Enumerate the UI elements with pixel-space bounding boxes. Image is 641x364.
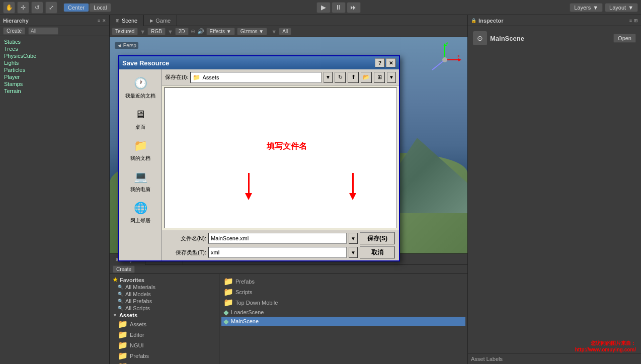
all-btn[interactable]: All bbox=[279, 28, 291, 35]
tree-all-models[interactable]: 🔍 All Models bbox=[110, 291, 219, 298]
project-scripts[interactable]: 📁 Scripts bbox=[221, 287, 465, 297]
nav-new-folder-btn[interactable]: 📂 bbox=[361, 72, 372, 83]
open-button[interactable]: Open bbox=[613, 34, 636, 43]
filename-label: 文件名(N): bbox=[166, 235, 206, 242]
recent-icon: 🕐 bbox=[132, 75, 148, 92]
dialog-close-btn[interactable]: ✕ bbox=[386, 58, 396, 67]
local-btn[interactable]: Local bbox=[89, 3, 111, 12]
center-btn[interactable]: Center bbox=[63, 3, 89, 12]
svg-text:x: x bbox=[457, 53, 460, 58]
hierarchy-item-statics[interactable]: Statics bbox=[0, 38, 109, 45]
tree-scripts[interactable]: 📁 Scripts bbox=[110, 361, 219, 364]
bottom-content: ★ Favorites 🔍 All Materials 🔍 All Models bbox=[110, 274, 467, 364]
arrow-to-save bbox=[349, 173, 356, 200]
2d-btn[interactable]: 2D bbox=[175, 28, 189, 35]
tab-scene[interactable]: ⊞ Scene bbox=[110, 15, 144, 26]
layout-dropdown[interactable]: Layout ▼ bbox=[605, 3, 638, 12]
annotation-container: 填写文件名 bbox=[267, 141, 307, 152]
hierarchy-title: Hierarchy bbox=[3, 18, 29, 24]
cancel-button[interactable]: 取消 bbox=[360, 246, 395, 258]
view-dropdown-btn[interactable]: ▼ bbox=[387, 72, 396, 83]
dialog-bottom-row: 文件名(N): MainScene.xml ▼ 保存(S) 保存类型(T): x… bbox=[162, 230, 399, 260]
dialog-sidebar-computer[interactable]: 💻 我的电脑 bbox=[123, 167, 158, 195]
savetype-input[interactable]: xml bbox=[208, 247, 347, 258]
favorites-section: ★ Favorites bbox=[110, 276, 219, 284]
inspector-header: 🔒 Inspector ≡ ⊞ bbox=[468, 15, 641, 26]
hierarchy-sub-header: Create All bbox=[0, 26, 109, 36]
save-button[interactable]: 保存(S) bbox=[360, 232, 395, 244]
textured-btn[interactable]: Textured bbox=[112, 28, 138, 35]
hierarchy-item-lights[interactable]: Lights bbox=[0, 59, 109, 66]
dialog-sidebar-network[interactable]: 🌐 网上邻居 bbox=[123, 198, 158, 226]
filename-row: 文件名(N): MainScene.xml ▼ 保存(S) bbox=[166, 232, 395, 244]
docs-icon: 📁 bbox=[132, 138, 148, 154]
effects-btn[interactable]: Effects ▼ bbox=[206, 28, 235, 35]
hierarchy-item-player[interactable]: Player bbox=[0, 73, 109, 80]
dialog-sidebar-recent[interactable]: 🕐 我最近的文档 bbox=[123, 73, 158, 102]
tree-editor[interactable]: 📁 Editor bbox=[110, 329, 219, 340]
docs-label: 我的文档 bbox=[130, 155, 150, 162]
step-button[interactable]: ⏭ bbox=[347, 2, 361, 13]
network-label: 网上邻居 bbox=[130, 217, 150, 224]
nav-refresh-btn[interactable]: ↻ bbox=[335, 72, 346, 83]
hierarchy-create-btn[interactable]: Create bbox=[3, 27, 25, 35]
project-topdown[interactable]: 📁 Top Down Mobile bbox=[221, 297, 465, 308]
hierarchy-item-stamps[interactable]: Stamps bbox=[0, 80, 109, 87]
gizmos-btn[interactable]: Gizmos ▼ bbox=[237, 28, 268, 35]
filename-value: MainScene.xml bbox=[211, 235, 249, 241]
filename-dropdown[interactable]: ▼ bbox=[349, 233, 358, 244]
assets-section: ▼ Assets bbox=[110, 312, 219, 319]
project-mainscene[interactable]: ◆ MainScene bbox=[221, 317, 465, 326]
svg-point-7 bbox=[442, 57, 447, 62]
tree-all-prefabs[interactable]: 🔍 All Prefabs bbox=[110, 298, 219, 305]
inspector-content: ⊙ MainScene Open bbox=[468, 26, 641, 193]
hierarchy-search[interactable]: All bbox=[28, 27, 58, 35]
save-dialog[interactable]: Save Resource ? ✕ 🕐 我最近的文档 🖥 桌面 📁 bbox=[118, 55, 400, 261]
tab-game[interactable]: ▶ Game bbox=[144, 15, 177, 26]
location-path-value: Assets bbox=[202, 74, 219, 80]
recent-label: 我最近的文档 bbox=[125, 93, 155, 100]
tree-prefabs[interactable]: 📁 Prefabs bbox=[110, 350, 219, 361]
project-loaderscene[interactable]: ◆ LoaderScene bbox=[221, 308, 465, 317]
dialog-title: Save Resource bbox=[122, 59, 375, 67]
layers-dropdown[interactable]: Layers ▼ bbox=[570, 3, 603, 12]
tree-assets[interactable]: 📁 Assets bbox=[110, 319, 219, 329]
dialog-file-area[interactable]: 填写文件名 bbox=[164, 87, 397, 228]
tree-all-scripts[interactable]: 🔍 All Scripts bbox=[110, 305, 219, 312]
savetype-dropdown[interactable]: ▼ bbox=[349, 247, 358, 258]
toolbar-scale-icon[interactable]: ⤢ bbox=[45, 2, 57, 14]
pause-button[interactable]: ⏸ bbox=[332, 2, 346, 13]
desktop-label: 桌面 bbox=[135, 124, 145, 131]
project-prefabs[interactable]: 📁 Prefabs bbox=[221, 276, 465, 287]
hierarchy-panel: Hierarchy ≡ ✕ Create All Statics Trees P… bbox=[0, 15, 110, 364]
toolbar-move-icon[interactable]: ✛ bbox=[17, 2, 29, 14]
tree-ngui[interactable]: 📁 NGUI bbox=[110, 340, 219, 350]
location-dropdown-btn[interactable]: ▼ bbox=[324, 72, 333, 83]
nav-view-btn[interactable]: ⊞ bbox=[374, 72, 385, 83]
project-create-btn[interactable]: Create bbox=[113, 265, 135, 273]
nav-up-btn[interactable]: ⬆ bbox=[348, 72, 359, 83]
play-button[interactable]: ▶ bbox=[316, 2, 331, 13]
toolbar-rotate-icon[interactable]: ↺ bbox=[31, 2, 43, 14]
hierarchy-item-terrain[interactable]: Terrain bbox=[0, 87, 109, 95]
dialog-toolbar: 保存在(I): 📁 Assets ▼ ↻ ⬆ 📂 ⊞ ▼ bbox=[162, 69, 399, 85]
dialog-title-bar: Save Resource ? ✕ bbox=[119, 56, 399, 69]
asset-labels: Asset Labels bbox=[468, 353, 641, 364]
inspector-title: Inspector bbox=[478, 18, 504, 24]
persp-label: ◄ Persp bbox=[115, 42, 138, 49]
hierarchy-item-particles[interactable]: Particles bbox=[0, 66, 109, 73]
hierarchy-list: Statics Trees PhysicsCube Lights Particl… bbox=[0, 36, 109, 364]
dialog-sidebar-docs[interactable]: 📁 我的文档 bbox=[123, 136, 158, 164]
arrow-to-filename bbox=[245, 173, 252, 200]
hierarchy-item-trees[interactable]: Trees bbox=[0, 45, 109, 52]
toolbar-hand-icon[interactable]: ✋ bbox=[3, 2, 15, 14]
dialog-sidebar-desktop[interactable]: 🖥 桌面 bbox=[123, 105, 158, 133]
dialog-help-btn[interactable]: ? bbox=[375, 58, 385, 67]
top-toolbar: ✋ ✛ ↺ ⤢ Center Local ▶ ⏸ ⏭ Layers ▼ Layo… bbox=[0, 0, 641, 15]
filename-input[interactable]: MainScene.xml bbox=[208, 233, 347, 244]
tree-all-materials[interactable]: 🔍 All Materials bbox=[110, 284, 219, 291]
location-path-display: 📁 Assets bbox=[190, 72, 322, 83]
hierarchy-item-physicscube[interactable]: PhysicsCube bbox=[0, 52, 109, 59]
center-local-toggle: Center Local bbox=[63, 3, 111, 12]
rgb-btn[interactable]: RGB bbox=[147, 28, 166, 35]
